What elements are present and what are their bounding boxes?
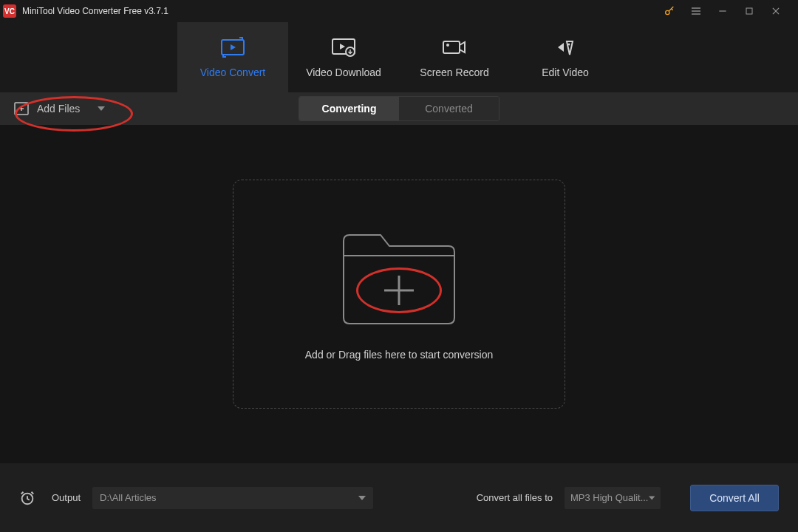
toolbar: Add Files Converting Converted [0,92,798,125]
subtabs: Converting Converted [299,96,499,121]
dropzone-hint: Add or Drag files here to start conversi… [305,349,493,361]
svg-marker-24 [358,496,366,500]
app-logo-icon: VC [3,4,16,18]
tab-label: Video Download [306,66,381,78]
tab-label: Edit Video [542,66,589,78]
output-path-select[interactable]: D:\All Articles [92,487,373,509]
format-select[interactable]: MP3 High Qualit... [565,487,661,509]
tab-edit-video[interactable]: Edit Video [510,22,621,92]
tab-label: Screen Record [420,66,488,78]
tab-video-convert[interactable]: Video Convert [177,22,288,92]
add-files-label: Add Files [37,103,80,115]
svg-point-15 [568,43,570,45]
dropzone[interactable]: Add or Drag files here to start conversi… [233,180,565,409]
svg-rect-5 [746,8,752,14]
content-area: Add or Drag files here to start conversi… [0,125,798,463]
output-path-value: D:\All Articles [100,492,157,503]
titlebar: VC MiniTool Video Converter Free v3.7.1 [0,0,798,22]
chevron-down-icon [358,495,366,501]
svg-marker-19 [98,106,105,111]
svg-rect-13 [443,41,460,53]
subtab-converting[interactable]: Converting [299,97,399,120]
minimize-button[interactable] [709,0,736,22]
footer: Output D:\All Articles Convert all files… [0,463,798,532]
svg-marker-25 [649,496,655,499]
close-button[interactable] [763,0,789,22]
convert-all-label: Convert all files to [477,492,553,503]
chevron-down-icon [649,495,655,501]
folder-plus-icon [336,228,462,331]
subtab-converted[interactable]: Converted [399,97,499,120]
svg-marker-11 [340,44,345,50]
maximize-button[interactable] [736,0,763,22]
app-title: MiniTool Video Converter Free v3.7.1 [22,6,168,16]
tab-screen-record[interactable]: Screen Record [399,22,510,92]
convert-all-button[interactable]: Convert All [690,485,779,511]
output-label: Output [52,492,81,503]
add-files-button[interactable]: Add Files [9,97,115,120]
tab-video-download[interactable]: Video Download [288,22,399,92]
clock-icon[interactable] [19,490,35,506]
svg-point-14 [446,44,449,47]
menu-icon[interactable] [683,0,709,22]
svg-marker-9 [231,44,236,50]
tab-label: Video Convert [200,66,265,78]
chevron-down-icon [98,106,105,112]
format-value: MP3 High Qualit... [570,492,649,503]
svg-point-0 [666,10,669,14]
add-file-icon [13,101,30,116]
key-icon[interactable] [656,0,683,22]
main-tabs: Video Convert Video Download Screen Reco… [0,22,798,92]
